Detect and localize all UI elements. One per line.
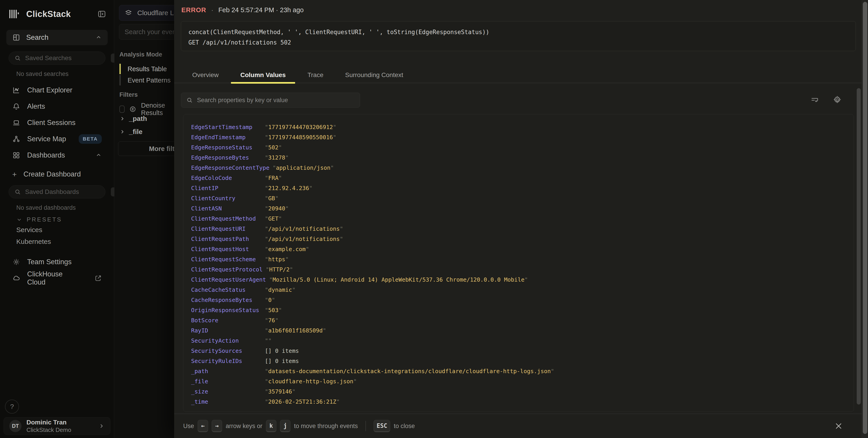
property-key[interactable]: SecuritySources [191, 346, 262, 356]
property-key[interactable]: _path [191, 366, 262, 376]
sidebar-item-service-map[interactable]: Service Map BETA [6, 131, 107, 147]
property-key[interactable]: ClientRequestURI [191, 224, 262, 234]
denoise-checkbox[interactable] [119, 106, 125, 113]
property-key[interactable]: CacheResponseBytes [191, 295, 262, 305]
property-key[interactable]: _time [191, 397, 262, 407]
property-key[interactable]: EdgeEndTimestamp [191, 132, 262, 142]
property-value[interactable]: "Mozilla/5.0 (Linux; Android 14) AppleWe… [269, 275, 528, 285]
property-value[interactable]: "/api/v1/notifications" [265, 224, 343, 234]
property-value[interactable]: "503" [265, 305, 282, 315]
property-key[interactable]: _size [191, 386, 262, 397]
property-value[interactable]: "datasets-documentation/clickstack-integ… [265, 366, 554, 376]
saved-dashboards-input[interactable] [25, 188, 107, 196]
property-key[interactable]: ClientRequestMethod [191, 213, 262, 224]
property-row[interactable]: OriginResponseStatus"503" [191, 305, 854, 315]
settings-gear-icon[interactable] [832, 95, 842, 105]
close-icon[interactable] [832, 420, 845, 432]
sidebar-item-chart-explorer[interactable]: Chart Explorer [6, 82, 107, 98]
property-row[interactable]: ClientRequestPath"/api/v1/notifications" [191, 234, 854, 244]
property-row[interactable]: ClientRequestHost"example.com" [191, 244, 854, 254]
sidebar-item-search[interactable]: Search [6, 30, 107, 45]
filter-group-path[interactable]: _path [119, 115, 147, 123]
filter-group-file[interactable]: _file [119, 128, 143, 136]
property-row[interactable]: ClientIP"212.92.4.236" [191, 183, 854, 193]
mode-event-patterns[interactable]: Event Patterns [119, 75, 174, 86]
property-key[interactable]: EdgeResponseBytes [191, 153, 262, 163]
property-key[interactable]: ClientCountry [191, 193, 262, 203]
property-key[interactable]: SecurityAction [191, 336, 262, 346]
panel-scrollbar[interactable] [857, 88, 861, 405]
more-filters-button[interactable]: More filters [118, 141, 174, 156]
property-value[interactable]: "2026-02-25T21:36:21Z" [265, 397, 340, 407]
property-value[interactable]: "dynamic" [265, 285, 296, 295]
property-row[interactable]: BotScore"76" [191, 315, 854, 326]
event-search-input[interactable] [125, 28, 174, 36]
property-search-input[interactable] [197, 97, 355, 104]
tab-trace[interactable]: Trace [297, 67, 334, 83]
property-value[interactable]: "3579146" [265, 386, 296, 397]
property-value[interactable]: "GB" [265, 193, 278, 203]
property-value[interactable]: "/api/v1/notifications" [265, 234, 343, 244]
property-key[interactable]: ClientASN [191, 203, 262, 213]
property-value[interactable]: "example.com" [265, 244, 309, 254]
property-key[interactable]: _file [191, 376, 262, 386]
property-row[interactable]: ClientASN"20940" [191, 203, 854, 213]
property-row[interactable]: ClientRequestProtocol"HTTP/2" [191, 264, 854, 275]
property-key[interactable]: CacheCacheStatus [191, 285, 262, 295]
property-key[interactable]: EdgeStartTimestamp [191, 122, 262, 132]
property-row[interactable]: CacheResponseBytes"0" [191, 295, 854, 305]
tab-surrounding-context[interactable]: Surrounding Context [334, 67, 414, 83]
property-row[interactable]: CacheCacheStatus"dynamic" [191, 285, 854, 295]
property-value[interactable]: "FRA" [265, 173, 282, 183]
property-key[interactable]: EdgeResponseContentType [191, 163, 269, 173]
mode-results-table[interactable]: Results Table [119, 64, 174, 74]
property-row[interactable]: EdgeColoCode"FRA" [191, 173, 854, 183]
property-value[interactable]: "HTTP/2" [266, 264, 293, 275]
help-button[interactable]: ? [5, 400, 19, 413]
property-row[interactable]: ClientCountry"GB" [191, 193, 854, 203]
user-menu[interactable]: DT Dominic Tran ClickStack Demo [4, 417, 111, 435]
event-search-box[interactable] [119, 24, 174, 40]
saved-searches-input[interactable] [25, 55, 107, 62]
collapse-sidebar-icon[interactable] [96, 8, 107, 20]
tab-column-values[interactable]: Column Values [229, 67, 297, 83]
property-value[interactable]: "cloudflare-http-logs.json" [265, 376, 356, 386]
property-row[interactable]: SecuritySources[] 0 items [191, 346, 854, 356]
property-key[interactable]: EdgeColoCode [191, 173, 262, 183]
saved-dashboards-search[interactable]: ⌘ K [9, 185, 105, 198]
data-source-selector[interactable]: Cloudflare Logs [119, 5, 174, 21]
property-row[interactable]: EdgeResponseContentType"application/json… [191, 163, 854, 173]
property-row[interactable]: SecurityRuleIDs[] 0 items [191, 356, 854, 366]
property-row[interactable]: EdgeResponseBytes"31278" [191, 153, 854, 163]
tab-overview[interactable]: Overview [181, 67, 229, 83]
sidebar-item-clickhouse-cloud[interactable]: ClickHouse Cloud [6, 270, 107, 286]
property-key[interactable]: ClientIP [191, 183, 262, 193]
create-dashboard-button[interactable]: + Create Dashboard [6, 166, 107, 182]
property-row[interactable]: _file"cloudflare-http-logs.json" [191, 376, 854, 386]
property-row[interactable]: EdgeEndTimestamp"1771977448590550016" [191, 132, 854, 142]
denoise-results-toggle[interactable]: Denoise Results [119, 102, 174, 116]
property-row[interactable]: EdgeResponseStatus"502" [191, 142, 854, 153]
property-value[interactable]: "212.92.4.236" [265, 183, 313, 193]
property-value[interactable]: "31278" [265, 153, 288, 163]
sidebar-item-dashboards[interactable]: Dashboards [6, 147, 107, 163]
filter-lines-icon[interactable] [810, 95, 819, 105]
sidebar-item-alerts[interactable]: Alerts [6, 99, 107, 114]
property-row[interactable]: RayID"a1b6f601f168509d" [191, 326, 854, 336]
property-row[interactable]: ClientRequestScheme"https" [191, 254, 854, 264]
property-row[interactable]: EdgeStartTimestamp"1771977444703206912" [191, 122, 854, 132]
sidebar-item-kubernetes[interactable]: Kubernetes [16, 238, 51, 245]
property-value[interactable]: "" [265, 336, 272, 346]
page-scrollbar-thumb[interactable] [863, 2, 867, 434]
presets-toggle[interactable]: PRESETS [16, 216, 62, 223]
property-row[interactable]: _path"datasets-documentation/clickstack-… [191, 366, 854, 376]
property-value[interactable]: "1771977448590550016" [265, 132, 336, 142]
property-key[interactable]: OriginResponseStatus [191, 305, 262, 315]
property-value[interactable]: "application/json" [273, 163, 334, 173]
property-key[interactable]: SecurityRuleIDs [191, 356, 262, 366]
property-value[interactable]: "20940" [265, 203, 288, 213]
property-key[interactable]: ClientRequestScheme [191, 254, 262, 264]
property-search-box[interactable] [181, 93, 360, 108]
property-value[interactable]: "GET" [265, 213, 282, 224]
property-value[interactable]: "0" [265, 295, 275, 305]
